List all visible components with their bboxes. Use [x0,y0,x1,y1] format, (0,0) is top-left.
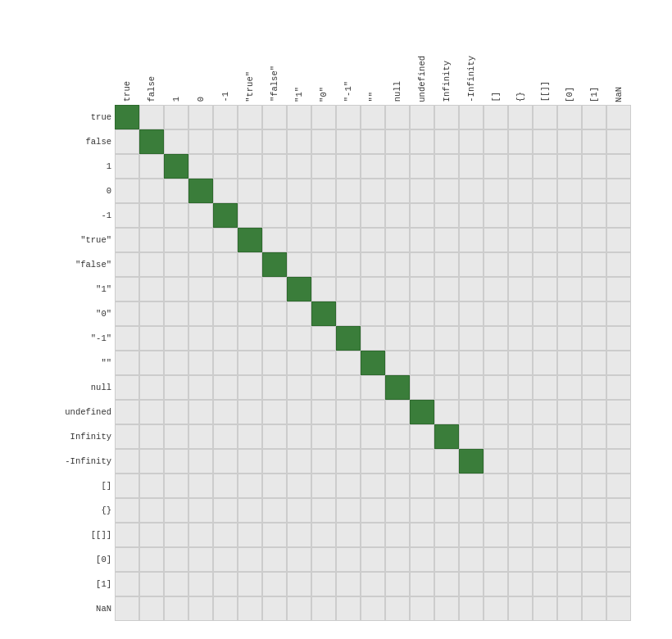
col-label-3: 0 [188,27,213,105]
cell-10-18 [557,351,582,375]
cell-11-7 [287,375,311,400]
cell-5-13 [434,228,459,252]
full-grid: truefalse10-1"true""false""1""0""-1"""nu… [115,27,631,621]
cell-9-5 [238,326,262,351]
cell-17-13 [434,523,459,547]
cell-1-13 [434,129,459,154]
cell-1-14 [459,129,484,154]
table-row [115,498,631,523]
cell-2-6 [262,154,287,179]
cell-6-20 [606,252,631,277]
col-label-6: "false" [262,27,287,105]
row-label-14: -Infinity [49,449,115,474]
cell-10-5 [238,351,262,375]
table-row [115,474,631,498]
cell-3-14 [459,179,484,203]
cell-2-17 [533,154,557,179]
row-label-6: "false" [49,252,115,277]
cell-17-5 [238,523,262,547]
cell-15-0 [115,474,139,498]
cell-6-0 [115,252,139,277]
cell-15-12 [410,474,434,498]
cell-14-9 [336,449,361,474]
cell-12-8 [311,400,336,424]
cell-4-20 [606,203,631,228]
cell-12-0 [115,400,139,424]
cell-11-4 [213,375,238,400]
cell-16-9 [336,498,361,523]
cell-5-10 [361,228,385,252]
cell-19-19 [582,572,606,596]
cell-13-0 [115,424,139,449]
cell-0-3 [188,105,213,129]
row-label-3: 0 [49,179,115,203]
cell-10-11 [385,351,410,375]
cell-20-15 [484,596,508,621]
cell-14-6 [262,449,287,474]
cell-3-5 [238,179,262,203]
cell-18-11 [385,547,410,572]
cell-5-12 [410,228,434,252]
cell-12-5 [238,400,262,424]
cell-19-8 [311,572,336,596]
cell-1-1 [139,129,164,154]
cell-4-8 [311,203,336,228]
cell-8-7 [287,301,311,326]
cell-3-7 [287,179,311,203]
cell-19-10 [361,572,385,596]
cell-10-15 [484,351,508,375]
cell-6-16 [508,252,533,277]
cell-6-15 [484,252,508,277]
cell-1-15 [484,129,508,154]
cell-16-18 [557,498,582,523]
cell-17-7 [287,523,311,547]
row-label-2: 1 [49,154,115,179]
cell-4-0 [115,203,139,228]
cell-9-3 [188,326,213,351]
cell-13-3 [188,424,213,449]
cell-18-15 [484,547,508,572]
cell-7-15 [484,277,508,301]
cell-17-12 [410,523,434,547]
cell-15-6 [262,474,287,498]
cell-1-8 [311,129,336,154]
cell-11-20 [606,375,631,400]
cell-12-13 [434,400,459,424]
cell-4-6 [262,203,287,228]
cell-3-3 [188,179,213,203]
cell-18-13 [434,547,459,572]
cell-10-9 [336,351,361,375]
cell-1-10 [361,129,385,154]
row-label-10: "" [49,351,115,375]
cell-6-4 [213,252,238,277]
cell-0-15 [484,105,508,129]
cell-0-4 [213,105,238,129]
table-row [115,449,631,474]
col-label-14: -Infinity [459,27,484,105]
table-row [115,179,631,203]
cell-3-4 [213,179,238,203]
cell-15-20 [606,474,631,498]
cell-3-20 [606,179,631,203]
cell-8-17 [533,301,557,326]
cell-16-7 [287,498,311,523]
cell-16-17 [533,498,557,523]
cell-14-10 [361,449,385,474]
cell-4-2 [164,203,188,228]
table-row [115,129,631,154]
cell-1-19 [582,129,606,154]
cell-8-8 [311,301,336,326]
cell-5-20 [606,228,631,252]
cell-1-17 [533,129,557,154]
cell-7-20 [606,277,631,301]
cell-7-1 [139,277,164,301]
cell-5-3 [188,228,213,252]
cell-18-4 [213,547,238,572]
cell-5-4 [213,228,238,252]
cell-20-19 [582,596,606,621]
cell-10-6 [262,351,287,375]
cell-9-8 [311,326,336,351]
cell-8-20 [606,301,631,326]
cell-12-17 [533,400,557,424]
cell-18-3 [188,547,213,572]
